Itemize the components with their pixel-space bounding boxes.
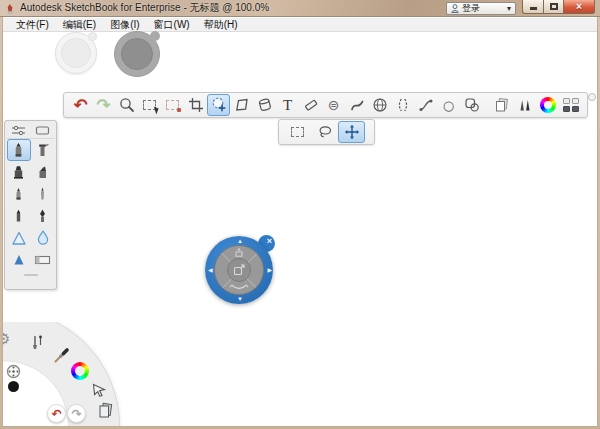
brush-fountain-pen[interactable] [31, 205, 55, 227]
brush-flat-brush[interactable] [31, 249, 55, 271]
inking-pen-icon [35, 186, 50, 202]
transform-selection-button[interactable] [207, 94, 230, 116]
lagoon-redo-button[interactable]: ↷ [67, 404, 86, 423]
brush-fine-airbrush[interactable] [7, 249, 31, 271]
distort-icon [234, 97, 250, 113]
transform-puck[interactable]: ▲ ▼ ◀ ▶ × [205, 235, 275, 305]
brush-grid [6, 139, 55, 271]
cursor-icon[interactable] [91, 382, 108, 398]
puck-inner-dial[interactable] [214, 245, 264, 295]
active-color-swatch[interactable] [8, 381, 19, 392]
layer-editor-button[interactable] [559, 94, 582, 116]
crop-button[interactable] [184, 94, 207, 116]
lagoon-color-wheel-icon[interactable] [71, 362, 89, 380]
redo-button[interactable]: ↷ [92, 94, 115, 116]
menu-window[interactable]: 窗口(W) [147, 18, 197, 31]
puck-move-button[interactable] [227, 258, 251, 282]
minimize-button[interactable] [522, 0, 543, 14]
ballpoint-pen-icon [11, 208, 26, 224]
color-wheel-button[interactable] [536, 94, 559, 116]
menu-bar: 文件(F) 编辑(E) 图像(I) 窗口(W) 帮助(H) [3, 18, 597, 32]
steady-stroke-button[interactable] [414, 94, 437, 116]
symmetry-x-button[interactable] [391, 94, 414, 116]
brush-airbrush[interactable] [31, 139, 55, 161]
login-label: 登录 [462, 2, 480, 15]
puck-close-icon[interactable]: × [267, 237, 272, 246]
copy-icon [494, 97, 510, 113]
move-selection-button[interactable] [338, 121, 365, 143]
magnifier-icon [119, 97, 135, 113]
brush-panel-header [6, 123, 55, 139]
symmetry-y-button[interactable]: ⊜ [322, 94, 345, 116]
felt-pen-icon [11, 186, 26, 202]
brush-palette-icon[interactable] [35, 125, 50, 136]
puck-toggle-icon[interactable] [6, 364, 21, 379]
maximize-button[interactable] [543, 0, 564, 14]
rotate-icon[interactable] [228, 283, 250, 292]
french-curve-icon [349, 97, 365, 113]
menu-image[interactable]: 图像(I) [103, 18, 146, 31]
symmetry-y-icon: ⊜ [328, 98, 340, 112]
lasso-select-button[interactable] [311, 121, 338, 143]
login-dropdown-icon[interactable]: ▾ [507, 5, 511, 13]
menu-file[interactable]: 文件(F) [9, 18, 56, 31]
window-title: Autodesk SketchBook for Enterprise - 无标题… [20, 1, 269, 15]
distort-button[interactable] [230, 94, 253, 116]
brush-inking-pen[interactable] [31, 183, 55, 205]
fill-button[interactable] [253, 94, 276, 116]
chisel-marker-icon [35, 164, 50, 180]
brush-water-drop[interactable] [31, 227, 55, 249]
brush-ballpoint-pen[interactable] [7, 205, 31, 227]
pan-down-icon[interactable]: ▼ [237, 296, 243, 302]
steady-stroke-icon [418, 97, 434, 113]
text-tool-button[interactable]: T [276, 94, 299, 116]
pan-left-icon[interactable]: ◀ [208, 267, 213, 273]
marker-icon [11, 164, 26, 180]
select-button[interactable] [138, 94, 161, 116]
panel-drag-handle[interactable] [24, 274, 38, 276]
brush-pencil[interactable] [7, 139, 31, 161]
maximize-icon [550, 3, 558, 10]
menu-help[interactable]: 帮助(H) [197, 18, 245, 31]
perspective-button[interactable] [368, 94, 391, 116]
brush-library-button[interactable] [513, 94, 536, 116]
brush-soft-airbrush[interactable] [7, 227, 31, 249]
app-logo-icon [5, 3, 16, 14]
close-button[interactable]: × [564, 0, 595, 14]
brush-chisel-marker[interactable] [31, 161, 55, 183]
color-puck[interactable] [114, 31, 160, 77]
menu-edit[interactable]: 编辑(E) [56, 18, 103, 31]
water-drop-icon [35, 230, 51, 246]
eraser-button[interactable] [299, 94, 322, 116]
pan-up-icon[interactable]: ▲ [237, 238, 243, 244]
fit-view-icon[interactable] [234, 248, 245, 257]
user-icon [451, 4, 459, 13]
settings-gear-icon[interactable]: ⚙ [3, 332, 10, 347]
brushes-icon [517, 97, 533, 113]
brush-puck[interactable] [55, 32, 97, 74]
login-button[interactable]: 登录 ▾ [446, 2, 516, 15]
paint-brush-icon[interactable] [53, 347, 70, 364]
undo-button[interactable]: ↶ [69, 94, 92, 116]
toolbar-collapse-button[interactable] [588, 93, 596, 101]
deselect-button[interactable] [161, 94, 184, 116]
guides-button[interactable] [345, 94, 368, 116]
copy-merged-button[interactable] [490, 94, 513, 116]
lagoon-layers-icon[interactable] [97, 402, 114, 419]
canvas-area[interactable]: ↶ ↷ [3, 32, 597, 426]
color-puck-tab[interactable] [150, 31, 160, 41]
move-arrows-icon [344, 124, 360, 140]
brush-settings-icon[interactable] [11, 125, 26, 136]
brush-marker[interactable] [7, 161, 31, 183]
layer-editor-icon [563, 98, 579, 113]
zoom-tool-button[interactable] [115, 94, 138, 116]
brush-puck-tab[interactable] [88, 32, 97, 41]
brush-felt-pen[interactable] [7, 183, 31, 205]
rectangle-select-button[interactable] [284, 121, 311, 143]
shapes-button[interactable] [460, 94, 483, 116]
ellipse-button[interactable]: ○ [437, 94, 460, 116]
pan-right-icon[interactable]: ▶ [267, 267, 272, 273]
lagoon-undo-button[interactable]: ↶ [47, 404, 66, 423]
brush-editor-icon[interactable] [30, 334, 46, 351]
symmetry-x-icon [395, 97, 411, 113]
